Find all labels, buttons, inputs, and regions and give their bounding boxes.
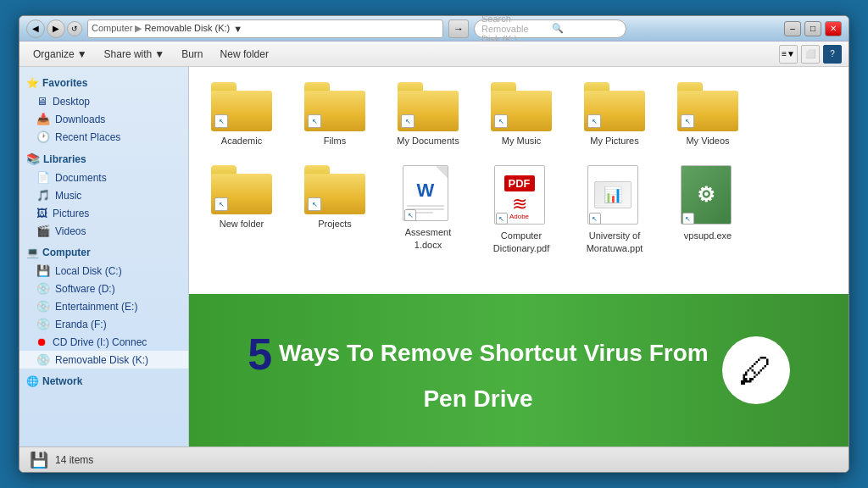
new-folder-button[interactable]: New folder bbox=[214, 47, 275, 62]
sidebar-item-downloads[interactable]: 📥 Downloads bbox=[19, 110, 188, 128]
folder-icon-my-documents: ↖ bbox=[398, 82, 459, 131]
file-label-assesment: Assesment 1.docx bbox=[391, 226, 465, 251]
libraries-label: Libraries bbox=[43, 153, 86, 165]
sidebar-item-local-disk-c[interactable]: 💾 Local Disk (C:) bbox=[19, 262, 188, 280]
shortcut-arrow-my-pictures: ↖ bbox=[587, 114, 601, 128]
banner-number: 5 bbox=[248, 330, 272, 379]
favorites-label: Favorites bbox=[42, 77, 87, 89]
entertainment-e-label: Entertainment (E:) bbox=[55, 301, 137, 313]
eranda-f-label: Eranda (F:) bbox=[55, 319, 107, 330]
title-bar-left: ◀ ▶ ↺ Computer ▶ Removable Disk (K:) ▼ →… bbox=[26, 19, 626, 38]
file-item-my-documents[interactable]: ↖ My Documents bbox=[386, 77, 470, 152]
docx-icon: W ↖ bbox=[403, 165, 453, 223]
address-dropdown-arrow[interactable]: ▼ bbox=[233, 24, 242, 34]
libraries-icon: 📚 bbox=[26, 152, 40, 165]
organize-button[interactable]: Organize ▼ bbox=[26, 47, 94, 62]
file-label-new-folder: New folder bbox=[220, 218, 264, 230]
file-label-exe: vpsupd.exe bbox=[684, 230, 732, 241]
shortcut-arrow-exe: ↖ bbox=[682, 213, 694, 225]
files-grid: ↖ Academic ↖ Films bbox=[189, 67, 849, 269]
close-button[interactable]: ✕ bbox=[825, 21, 842, 36]
sidebar-item-software-d[interactable]: 💿 Software (D:) bbox=[19, 280, 188, 297]
burn-button[interactable]: Burn bbox=[175, 47, 209, 62]
cd-drive-label: CD Drive (I:) Connec bbox=[53, 336, 147, 348]
back-button[interactable]: ◀ bbox=[26, 19, 45, 38]
sidebar-item-music[interactable]: 🎵 Music bbox=[19, 186, 188, 204]
sidebar-header-computer[interactable]: 💻 Computer bbox=[19, 243, 188, 262]
toolbar: Organize ▼ Share with ▼ Burn New folder … bbox=[19, 42, 849, 67]
sidebar-section-libraries: 📚 Libraries 📄 Documents 🎵 Music 🖼 Pictur… bbox=[19, 149, 188, 240]
file-item-my-pictures[interactable]: ↖ My Pictures bbox=[572, 77, 657, 152]
sidebar-header-favorites[interactable]: ⭐ Favorites bbox=[19, 74, 188, 92]
address-bar[interactable]: Computer ▶ Removable Disk (K:) ▼ bbox=[87, 19, 443, 38]
downloads-icon: 📥 bbox=[36, 113, 50, 125]
organize-arrow: ▼ bbox=[77, 48, 87, 60]
help-button[interactable]: ? bbox=[823, 45, 842, 64]
file-item-my-music[interactable]: ↖ My Music bbox=[479, 77, 564, 152]
sidebar-item-eranda-f[interactable]: 💿 Eranda (F:) bbox=[19, 315, 188, 333]
music-label: Music bbox=[55, 190, 81, 202]
pdf-badge: PDF bbox=[504, 175, 535, 192]
sidebar-item-entertainment-e[interactable]: 💿 Entertainment (E:) bbox=[19, 297, 188, 315]
content-area: ↖ Academic ↖ Films bbox=[189, 67, 849, 446]
local-disk-c-icon: 💾 bbox=[36, 264, 50, 277]
banner-usb-icon: 🖊 bbox=[722, 336, 790, 404]
shortcut-arrow-films: ↖ bbox=[308, 114, 321, 128]
search-placeholder: Search Removable Disk (K:) bbox=[481, 15, 548, 44]
removable-disk-k-icon: 💿 bbox=[36, 353, 50, 366]
status-drive-icon: 💾 bbox=[30, 451, 48, 469]
removable-disk-k-label: Removable Disk (K:) bbox=[55, 354, 148, 366]
minimize-button[interactable]: – bbox=[784, 21, 801, 36]
sidebar-item-cd-drive-i[interactable]: ⏺ CD Drive (I:) Connec bbox=[19, 333, 188, 351]
refresh-button[interactable]: ↺ bbox=[67, 21, 82, 36]
documents-icon: 📄 bbox=[36, 171, 50, 184]
view-change-button[interactable]: ≡▼ bbox=[779, 45, 798, 64]
file-item-exe[interactable]: ⚙ ↖ vpsupd.exe bbox=[665, 160, 750, 259]
file-label-my-videos: My Videos bbox=[686, 135, 729, 147]
file-item-new-folder[interactable]: ↖ New folder bbox=[199, 160, 284, 259]
sidebar-item-pictures[interactable]: 🖼 Pictures bbox=[19, 204, 188, 222]
title-bar: ◀ ▶ ↺ Computer ▶ Removable Disk (K:) ▼ →… bbox=[19, 16, 849, 42]
file-item-ppt[interactable]: 📊 ↖ University of Moratuwa.ppt bbox=[572, 160, 657, 259]
maximize-button[interactable]: □ bbox=[804, 21, 821, 36]
cd-drive-icon: ⏺ bbox=[36, 336, 47, 348]
favorites-icon: ⭐ bbox=[26, 77, 39, 89]
sidebar-header-network[interactable]: 🌐 Network bbox=[19, 372, 188, 391]
recent-places-icon: 🕐 bbox=[36, 130, 50, 143]
pictures-icon: 🖼 bbox=[36, 207, 47, 219]
file-label-academic: Academic bbox=[221, 135, 262, 147]
computer-icon: 💻 bbox=[26, 247, 39, 258]
content-wrapper: ↖ Academic ↖ Films bbox=[189, 67, 849, 446]
exe-icon: ⚙ ↖ bbox=[681, 165, 736, 226]
file-item-my-videos[interactable]: ↖ My Videos bbox=[665, 77, 750, 152]
shortcut-arrow-ppt: ↖ bbox=[589, 213, 601, 225]
file-item-academic[interactable]: ↖ Academic bbox=[199, 77, 284, 152]
go-button[interactable]: → bbox=[448, 19, 469, 38]
file-item-films[interactable]: ↖ Films bbox=[292, 77, 377, 152]
sidebar-item-videos[interactable]: 🎬 Videos bbox=[19, 222, 188, 240]
share-arrow: ▼ bbox=[154, 48, 164, 60]
file-item-assesment[interactable]: W ↖ Assesment 1.docx bbox=[386, 160, 470, 259]
file-item-pdf[interactable]: PDF ≋ Adobe ↖ Computer Dictionary.pdf bbox=[479, 160, 564, 259]
preview-pane-button[interactable]: ⬜ bbox=[801, 45, 820, 64]
file-label-films: Films bbox=[324, 135, 346, 147]
sidebar-header-libraries[interactable]: 📚 Libraries bbox=[19, 149, 188, 169]
ppt-icon: 📊 ↖ bbox=[587, 165, 643, 226]
main-area: ⭐ Favorites 🖥 Desktop 📥 Downloads 🕐 Rece… bbox=[19, 67, 849, 446]
share-label: Share with bbox=[104, 48, 153, 60]
sidebar-item-desktop[interactable]: 🖥 Desktop bbox=[19, 92, 188, 110]
shortcut-arrow-assesment: ↖ bbox=[404, 209, 416, 221]
pictures-label: Pictures bbox=[53, 208, 89, 219]
sidebar-item-recent-places[interactable]: 🕐 Recent Places bbox=[19, 128, 188, 146]
forward-button[interactable]: ▶ bbox=[47, 19, 65, 38]
software-d-label: Software (D:) bbox=[55, 283, 115, 295]
desktop-label: Desktop bbox=[53, 96, 90, 108]
search-bar[interactable]: Search Removable Disk (K:) 🔍 bbox=[474, 19, 626, 38]
nav-buttons: ◀ ▶ ↺ bbox=[26, 19, 82, 38]
share-with-button[interactable]: Share with ▼ bbox=[97, 47, 172, 62]
local-disk-c-label: Local Disk (C:) bbox=[55, 265, 122, 277]
file-item-projects[interactable]: ↖ Projects bbox=[292, 160, 377, 259]
sidebar-item-removable-disk-k[interactable]: 💿 Removable Disk (K:) bbox=[19, 351, 188, 369]
sidebar: ⭐ Favorites 🖥 Desktop 📥 Downloads 🕐 Rece… bbox=[19, 67, 189, 446]
sidebar-item-documents[interactable]: 📄 Documents bbox=[19, 169, 188, 186]
